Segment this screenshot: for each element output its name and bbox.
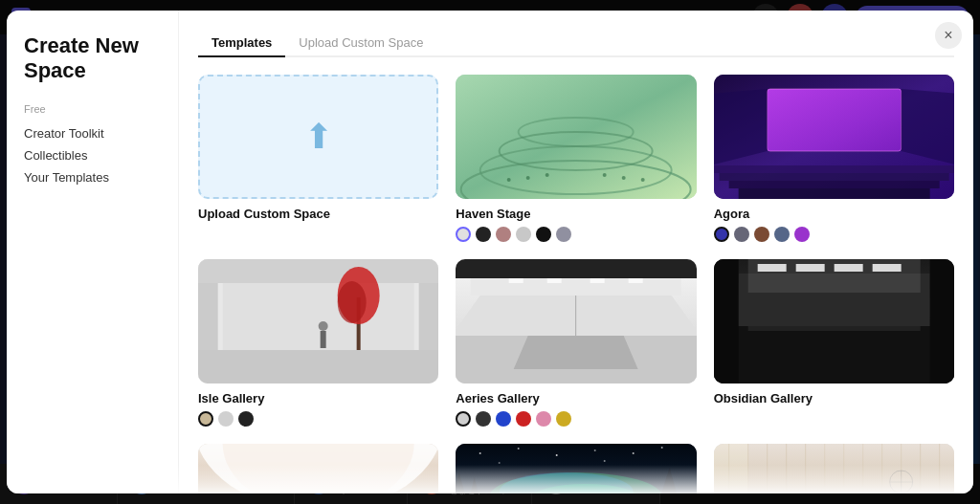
svg-point-76 bbox=[633, 452, 635, 454]
color-dot[interactable] bbox=[476, 227, 491, 242]
svg-rect-53 bbox=[929, 259, 954, 383]
card-name-agora: Agora bbox=[714, 207, 954, 221]
card-name-upload: Upload Custom Space bbox=[198, 207, 438, 221]
svg-rect-17 bbox=[738, 188, 929, 199]
svg-point-75 bbox=[594, 449, 596, 451]
color-dot[interactable] bbox=[734, 227, 749, 242]
card-name-haven: Haven Stage bbox=[456, 207, 696, 221]
close-button[interactable]: × bbox=[935, 22, 962, 49]
modal-title: Create New Space bbox=[24, 33, 161, 84]
svg-point-57 bbox=[223, 444, 414, 493]
card-isle-gallery[interactable]: Isle Gallery bbox=[198, 259, 438, 427]
template-grid: ⬆ Upload Custom Space bbox=[198, 75, 954, 493]
svg-rect-12 bbox=[767, 89, 901, 151]
card-r3c[interactable] bbox=[714, 444, 954, 493]
card-thumb-r3b bbox=[456, 444, 696, 493]
card-thumb-agora bbox=[714, 75, 954, 199]
sidebar-item-creator-toolkit[interactable]: Creator Toolkit bbox=[24, 122, 161, 144]
svg-rect-41 bbox=[590, 278, 605, 283]
svg-rect-31 bbox=[419, 283, 439, 350]
svg-rect-22 bbox=[198, 259, 438, 283]
color-dot[interactable] bbox=[536, 411, 551, 427]
card-aeries-gallery[interactable]: Aeries Gallery bbox=[456, 259, 696, 427]
svg-rect-16 bbox=[728, 181, 939, 188]
sidebar-item-collectibles[interactable]: Collectibles bbox=[24, 144, 161, 166]
svg-point-72 bbox=[479, 452, 481, 454]
svg-point-9 bbox=[622, 176, 626, 180]
card-name-obsidian: Obsidian Gallery bbox=[714, 391, 954, 405]
svg-point-8 bbox=[603, 173, 607, 177]
color-dot[interactable] bbox=[198, 411, 213, 427]
svg-rect-45 bbox=[757, 264, 786, 272]
card-r3b[interactable] bbox=[456, 444, 696, 493]
svg-rect-23 bbox=[223, 283, 414, 350]
color-dot[interactable] bbox=[714, 227, 729, 242]
svg-rect-40 bbox=[547, 278, 562, 283]
color-dots-aeries bbox=[456, 411, 696, 427]
color-dots-haven bbox=[456, 227, 696, 242]
card-upload-custom[interactable]: ⬆ Upload Custom Space bbox=[198, 75, 438, 242]
tabs-row: Templates Upload Custom Space bbox=[198, 30, 954, 57]
svg-rect-0 bbox=[456, 75, 696, 199]
color-dot[interactable] bbox=[238, 411, 254, 427]
color-dot[interactable] bbox=[794, 227, 810, 242]
card-obsidian-gallery[interactable]: Obsidian Gallery bbox=[714, 259, 954, 427]
card-thumb-haven bbox=[456, 75, 696, 199]
svg-rect-52 bbox=[714, 259, 739, 383]
svg-rect-48 bbox=[872, 264, 901, 272]
svg-point-28 bbox=[319, 321, 328, 331]
create-space-modal: × Create New Space Free Creator Toolkit … bbox=[7, 11, 973, 493]
svg-point-10 bbox=[641, 178, 645, 182]
color-dot[interactable] bbox=[556, 227, 571, 242]
svg-rect-15 bbox=[719, 173, 948, 181]
card-thumb-r3a bbox=[198, 444, 438, 493]
card-r3a[interactable] bbox=[198, 444, 438, 493]
svg-rect-34 bbox=[471, 278, 681, 296]
color-dot[interactable] bbox=[218, 411, 234, 427]
svg-rect-47 bbox=[834, 264, 862, 272]
tab-upload[interactable]: Upload Custom Space bbox=[285, 30, 436, 57]
color-dot[interactable] bbox=[516, 227, 531, 242]
color-dot[interactable] bbox=[774, 227, 790, 242]
svg-point-79 bbox=[604, 460, 606, 462]
color-dot[interactable] bbox=[496, 227, 511, 242]
card-name-isle: Isle Gallery bbox=[198, 391, 438, 405]
svg-rect-54 bbox=[747, 326, 920, 331]
card-thumb-r3c bbox=[714, 444, 954, 493]
color-dot[interactable] bbox=[556, 411, 571, 427]
svg-point-5 bbox=[507, 178, 511, 182]
color-dot[interactable] bbox=[516, 411, 531, 427]
svg-point-77 bbox=[661, 447, 663, 449]
color-dot[interactable] bbox=[496, 411, 511, 427]
svg-rect-50 bbox=[747, 274, 920, 293]
card-agora[interactable]: Agora bbox=[714, 75, 954, 242]
svg-rect-33 bbox=[456, 259, 696, 278]
svg-rect-14 bbox=[714, 165, 954, 173]
svg-rect-42 bbox=[629, 278, 643, 283]
sidebar-item-your-templates[interactable]: Your Templates bbox=[24, 166, 161, 188]
svg-point-6 bbox=[526, 176, 530, 180]
card-name-aeries: Aeries Gallery bbox=[456, 391, 696, 405]
color-dot[interactable] bbox=[456, 227, 471, 242]
color-dots-isle bbox=[198, 411, 438, 427]
svg-rect-66 bbox=[662, 492, 677, 493]
color-dot[interactable] bbox=[476, 411, 491, 427]
svg-point-78 bbox=[499, 462, 501, 464]
modal-content: Templates Upload Custom Space ⬆ Upload C… bbox=[179, 11, 973, 493]
card-haven-stage[interactable]: Haven Stage bbox=[456, 75, 696, 242]
svg-point-7 bbox=[546, 173, 549, 177]
svg-rect-80 bbox=[714, 444, 954, 493]
card-thumb-obsidian bbox=[714, 259, 954, 383]
color-dot[interactable] bbox=[456, 411, 471, 427]
svg-rect-46 bbox=[795, 264, 824, 272]
svg-rect-24 bbox=[198, 350, 438, 383]
modal-sidebar: Create New Space Free Creator Toolkit Co… bbox=[7, 11, 179, 493]
svg-rect-29 bbox=[321, 331, 326, 348]
tab-templates[interactable]: Templates bbox=[198, 30, 285, 57]
color-dot[interactable] bbox=[754, 227, 769, 242]
svg-rect-51 bbox=[714, 326, 954, 383]
svg-point-74 bbox=[556, 454, 558, 456]
color-dot[interactable] bbox=[536, 227, 551, 242]
modal-overlay: × Create New Space Free Creator Toolkit … bbox=[0, 0, 980, 504]
svg-rect-30 bbox=[198, 283, 218, 350]
